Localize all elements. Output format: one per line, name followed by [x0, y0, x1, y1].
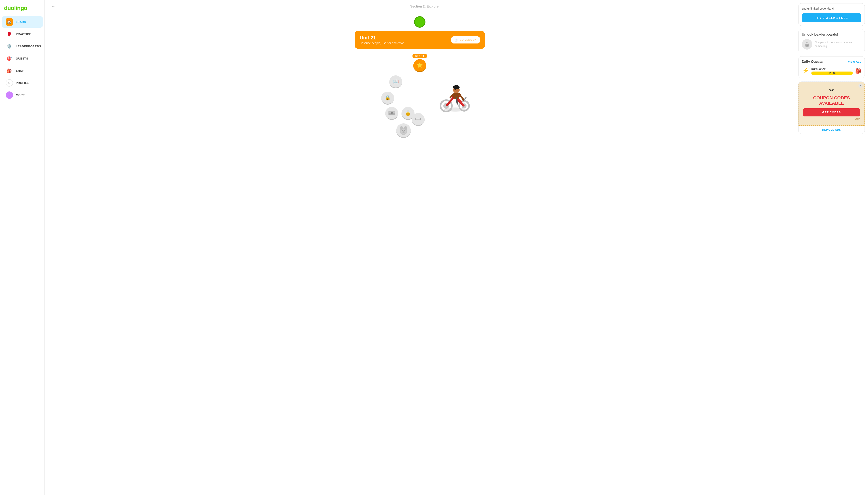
sidebar-label-shop: SHOP — [16, 69, 24, 72]
main-content-area: ← Section 2: Explorer Unit 21 Describe p… — [45, 0, 795, 495]
character-motorcycle — [434, 80, 471, 113]
sidebar-label-practice: PRACTICE — [16, 33, 31, 36]
ad-close-button[interactable]: ✕ — [858, 84, 863, 88]
daily-quests-card: Daily Quests VIEW ALL ⚡ Earn 10 XP 10 / … — [798, 56, 865, 78]
sidebar: duolingo LEARN PRACTICE LEADERBOARDS QUE… — [0, 0, 45, 495]
lesson-node-circle-dumbbell[interactable] — [412, 113, 424, 126]
super-card-text: and unlimited Legendary! — [802, 7, 861, 11]
super-card: and unlimited Legendary! TRY 2 WEEKS FRE… — [798, 3, 865, 26]
svg-point-27 — [402, 131, 405, 133]
svg-point-26 — [404, 130, 405, 131]
sidebar-item-practice[interactable]: PRACTICE — [2, 29, 43, 40]
lesson-node-circle-animal[interactable] — [396, 123, 411, 138]
lesson-node-circle-active[interactable]: ⭐ — [413, 59, 426, 72]
logo-text: duolingo — [4, 5, 27, 11]
svg-point-29 — [806, 45, 808, 46]
svg-rect-20 — [420, 118, 421, 120]
quests-title: Daily Quests — [802, 60, 823, 64]
unit-number: Unit 21 — [360, 35, 404, 41]
svg-rect-3 — [388, 112, 395, 113]
svg-point-13 — [454, 89, 456, 90]
leaderboard-content: Complete 9 more lessons to start competi… — [802, 39, 861, 50]
lesson-node-circle-lock1[interactable]: 🔒 — [381, 92, 394, 105]
path-row-bottom — [396, 123, 411, 138]
leaderboard-title: Unlock Leaderboards! — [802, 33, 861, 37]
unit-info: Unit 21 Describe people, use ser and est… — [360, 35, 404, 45]
quest-progress-text: 10 / 10 — [829, 72, 835, 74]
quest-info: Earn 10 XP 10 / 10 — [811, 67, 853, 75]
lesson-node-book[interactable]: 📖 — [389, 75, 402, 88]
guidebook-icon: 📋 — [454, 38, 458, 41]
ad-get-codes-button[interactable]: GET CODES — [803, 108, 860, 116]
view-all-link[interactable]: VIEW ALL — [848, 60, 861, 63]
lesson-node-animal[interactable] — [396, 123, 411, 138]
leaderboard-card: Unlock Leaderboards! Complete 9 more les… — [798, 29, 865, 53]
quest-lightning-icon: ⚡ — [802, 67, 809, 74]
right-sidebar: and unlimited Legendary! TRY 2 WEEKS FRE… — [795, 0, 868, 495]
character-scene: 📖 🔒 — [365, 75, 475, 120]
section-complete-node — [414, 16, 426, 28]
sidebar-label-more: MORE — [16, 93, 25, 97]
guidebook-button[interactable]: 📋 GUIDEBOOK — [451, 36, 480, 44]
sidebar-label-learn: LEARN — [16, 20, 26, 23]
lesson-node-start[interactable]: START ⭐ — [413, 54, 427, 72]
svg-point-15 — [453, 85, 459, 89]
lesson-node-circle-book[interactable]: 📖 — [389, 75, 402, 88]
quest-progress-bar: 10 / 10 — [811, 71, 853, 75]
quest-item: ⚡ Earn 10 XP 10 / 10 🎒 — [802, 67, 861, 75]
sidebar-item-shop[interactable]: SHOP — [2, 65, 43, 76]
svg-rect-19 — [420, 118, 420, 120]
more-icon — [6, 91, 13, 99]
quest-icon — [6, 55, 13, 62]
quest-label: Earn 10 XP — [811, 67, 853, 70]
guidebook-label: GUIDEBOOK — [459, 38, 477, 41]
unit-banner: Unit 21 Describe people, use ser and est… — [355, 31, 485, 49]
sidebar-item-more[interactable]: MORE — [2, 89, 43, 101]
section-title: Section 2: Explorer — [60, 5, 790, 8]
start-label: START — [413, 54, 427, 58]
path-row-start: START ⭐ — [413, 54, 427, 72]
shop-icon — [6, 67, 13, 74]
lesson-path: START ⭐ 📖 🔒 — [355, 52, 485, 148]
ad-card: ✕ ✂ COUPON CODES AVAILABLE GET CODES GFC… — [798, 82, 865, 134]
lesson-node-chest[interactable] — [385, 107, 398, 120]
lesson-node-lock1[interactable]: 🔒 — [381, 92, 394, 105]
sidebar-item-profile[interactable]: PROFILE — [2, 77, 43, 89]
svg-point-14 — [456, 90, 458, 91]
svg-rect-17 — [416, 118, 416, 120]
remove-ads-link[interactable]: REMOVE ADS — [799, 126, 865, 134]
try-free-button[interactable]: TRY 2 WEEKS FREE — [802, 13, 861, 22]
sidebar-item-leaderboards[interactable]: LEADERBOARDS — [2, 41, 43, 52]
quest-chest-icon: 🎒 — [855, 68, 861, 74]
section-header: ← Section 2: Explorer — [45, 0, 795, 13]
lesson-node-circle-chest[interactable] — [385, 107, 398, 120]
logo: duolingo — [0, 3, 45, 15]
svg-point-25 — [402, 130, 403, 131]
leaderboard-lock-icon — [802, 39, 812, 50]
sidebar-item-learn[interactable]: LEARN — [2, 16, 43, 28]
ad-inner: ✕ ✂ COUPON CODES AVAILABLE GET CODES GFC — [799, 82, 865, 126]
home-icon — [6, 18, 13, 25]
sidebar-label-leaderboards: LEADERBOARDS — [16, 45, 41, 48]
scissors-icon: ✂ — [803, 87, 860, 94]
practice-icon — [6, 31, 13, 38]
profile-icon — [6, 79, 13, 87]
unit-description: Describe people, use ser and estar — [360, 41, 404, 45]
quests-header: Daily Quests VIEW ALL — [802, 60, 861, 64]
ad-stamp: GFC — [803, 118, 860, 120]
svg-rect-2 — [391, 112, 393, 114]
lesson-path-area: Unit 21 Describe people, use ser and est… — [45, 13, 795, 151]
sidebar-label-profile: PROFILE — [16, 81, 29, 85]
shield-icon — [6, 43, 13, 50]
sidebar-item-quests[interactable]: QUESTS — [2, 53, 43, 64]
back-button[interactable]: ← — [50, 3, 57, 10]
sidebar-label-quests: QUESTS — [16, 57, 28, 60]
ad-title: COUPON CODES AVAILABLE — [803, 95, 860, 106]
leaderboard-description: Complete 9 more lessons to start competi… — [815, 40, 861, 48]
lesson-node-dumbbell[interactable] — [412, 113, 424, 126]
